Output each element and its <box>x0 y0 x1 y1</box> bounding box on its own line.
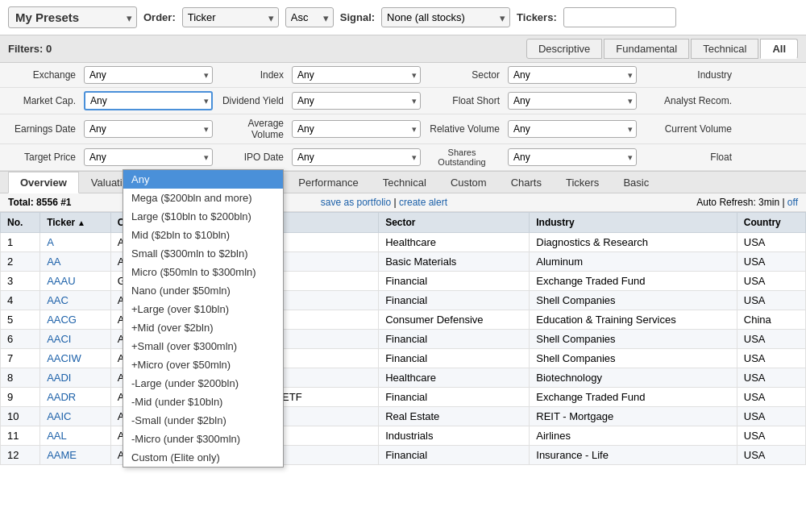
ov-tab-tickers[interactable]: Tickers <box>554 172 611 193</box>
col-ticker[interactable]: Ticker <box>40 213 111 233</box>
tab-descriptive[interactable]: Descriptive <box>526 39 602 59</box>
ov-tab-overview[interactable]: Overview <box>8 172 79 193</box>
overview-tabs: Overview Valuation Financial Ownership P… <box>0 172 806 193</box>
cell-no: 8 <box>1 368 40 388</box>
ov-tab-performance[interactable]: Performance <box>286 172 370 193</box>
filter-tab-group: Descriptive Fundamental Technical All <box>526 39 798 59</box>
cell-ticker[interactable]: AAL <box>40 426 111 446</box>
col-sector[interactable]: Sector <box>379 213 530 233</box>
signal-selector-wrapper: None (all stocks) <box>381 7 510 27</box>
cell-industry: Biotechnology <box>530 368 737 388</box>
filter-row-1: Exchange Any Index Any Sector Any Indust… <box>0 63 806 88</box>
sector-select[interactable]: Any <box>508 66 637 84</box>
filters-bar: Filters: 0 Descriptive Fundamental Techn… <box>0 35 806 63</box>
earningsdate-select[interactable]: Any <box>84 120 213 138</box>
preset-select[interactable]: My Presets <box>8 6 137 28</box>
cell-sector: Industrials <box>379 426 530 446</box>
tab-all[interactable]: All <box>760 39 798 59</box>
table-wrapper: No. Ticker Company Sector Industry Count… <box>0 212 806 465</box>
cell-ticker[interactable]: AADI <box>40 368 111 388</box>
dropdown-item-any[interactable]: Any <box>123 170 283 189</box>
col-no[interactable]: No. <box>1 213 40 233</box>
action-links: save as portfolio | create alert <box>321 197 447 208</box>
total-label: Total: 8556 #1 <box>8 197 71 208</box>
cell-industry: Insurance - Life <box>530 446 737 465</box>
cell-country: China <box>737 310 805 330</box>
signal-select[interactable]: None (all stocks) <box>381 7 510 27</box>
dropdown-item-minus-mid[interactable]: -Mid (under $10bln) <box>123 393 283 411</box>
table-row: 12 AAME Atlantic American Corporation Fi… <box>1 446 806 465</box>
dropdown-item-mid[interactable]: Mid ($2bln to $10bln) <box>123 226 283 244</box>
dropdown-item-plus-mid[interactable]: +Mid (over $2bln) <box>123 318 283 337</box>
ov-tab-basic[interactable]: Basic <box>611 172 661 193</box>
cell-industry: Aluminum <box>530 252 737 272</box>
dropdown-item-micro[interactable]: Micro ($50mln to $300mln) <box>123 263 283 281</box>
cell-sector: Financial <box>379 330 530 349</box>
index-select-wrap: Any <box>292 66 421 84</box>
dropdown-item-custom[interactable]: Custom (Elite only) <box>123 448 283 467</box>
dropdown-item-mega[interactable]: Mega ($200bln and more) <box>123 189 283 207</box>
dropdown-item-plus-micro[interactable]: +Micro (over $50mln) <box>123 355 283 374</box>
asc-select[interactable]: Asc <box>285 7 334 27</box>
col-industry[interactable]: Industry <box>530 213 737 233</box>
cell-ticker[interactable]: AADR <box>40 388 111 407</box>
cell-no: 5 <box>1 310 40 330</box>
save-portfolio-link[interactable]: save as portfolio <box>321 197 391 208</box>
cell-ticker[interactable]: AACIW <box>40 349 111 368</box>
cell-country: USA <box>737 291 805 310</box>
cell-industry: REIT - Mortgage <box>530 407 737 426</box>
floatshort-select[interactable]: Any <box>508 92 637 110</box>
ov-tab-custom[interactable]: Custom <box>438 172 499 193</box>
col-country[interactable]: Country <box>737 213 805 233</box>
marketcap-dropdown: Any Mega ($200bln and more) Large ($10bl… <box>123 169 284 468</box>
sharesout-select[interactable]: Any <box>508 148 637 166</box>
tab-fundamental[interactable]: Fundamental <box>604 39 689 59</box>
cell-industry: Exchange Traded Fund <box>530 388 737 407</box>
targetprice-select[interactable]: Any <box>84 148 213 166</box>
index-select[interactable]: Any <box>292 66 421 84</box>
ov-tab-charts[interactable]: Charts <box>499 172 554 193</box>
order-select[interactable]: Ticker <box>182 7 279 27</box>
targetprice-select-wrap: Any <box>84 148 213 166</box>
cell-ticker[interactable]: A <box>40 233 111 252</box>
dropdown-item-minus-large[interactable]: -Large (under $200bln) <box>123 374 283 393</box>
dropdown-item-plus-large[interactable]: +Large (over $10bln) <box>123 300 283 318</box>
ov-tab-technical[interactable]: Technical <box>371 172 438 193</box>
dropdown-item-plus-small[interactable]: +Small (over $300mln) <box>123 337 283 355</box>
earningsdate-select-wrap: Any <box>84 120 213 138</box>
dropdown-item-minus-small[interactable]: -Small (under $2bln) <box>123 411 283 430</box>
cell-ticker[interactable]: AAME <box>40 446 111 465</box>
off-link[interactable]: off <box>787 197 798 208</box>
cell-country: USA <box>737 330 805 349</box>
divyield-select[interactable]: Any <box>292 92 421 110</box>
dropdown-item-small[interactable]: Small ($300mln to $2bln) <box>123 244 283 263</box>
relvolume-select[interactable]: Any <box>508 120 637 138</box>
earningsdate-label: Earnings Date <box>8 123 81 135</box>
total-count-text: Total: 8556 #1 <box>8 197 71 208</box>
cell-ticker[interactable]: AAC <box>40 291 111 310</box>
ipodate-select[interactable]: Any <box>292 148 421 166</box>
dropdown-item-nano[interactable]: Nano (under $50mln) <box>123 281 283 300</box>
avgvolume-select[interactable]: Any <box>292 120 421 138</box>
exchange-select[interactable]: Any <box>84 66 213 84</box>
cell-ticker[interactable]: AA <box>40 252 111 272</box>
marketcap-select-wrap: Any <box>84 91 213 110</box>
create-alert-link[interactable]: create alert <box>399 197 447 208</box>
marketcap-select[interactable]: Any <box>84 91 213 110</box>
divyield-select-wrap: Any <box>292 92 421 110</box>
cell-sector: Financial <box>379 272 530 291</box>
dropdown-item-large[interactable]: Large ($10bln to $200bln) <box>123 207 283 226</box>
cell-industry: Shell Companies <box>530 349 737 368</box>
tickers-input[interactable] <box>563 7 676 27</box>
cell-country: USA <box>737 252 805 272</box>
cell-ticker[interactable]: AAAU <box>40 272 111 291</box>
cell-ticker[interactable]: AACG <box>40 310 111 330</box>
tickers-label: Tickers: <box>517 11 557 23</box>
cell-ticker[interactable]: AAIC <box>40 407 111 426</box>
cell-ticker[interactable]: AACI <box>40 330 111 349</box>
table-row: 10 AAIC Arlington Asset Investment Corp.… <box>1 407 806 426</box>
table-row: 3 AAAU Goldman Sachs Physical Gold ETF F… <box>1 272 806 291</box>
dropdown-item-minus-micro[interactable]: -Micro (under $300mln) <box>123 430 283 448</box>
tab-technical[interactable]: Technical <box>691 39 758 59</box>
order-selector-wrapper: Ticker <box>182 7 279 27</box>
